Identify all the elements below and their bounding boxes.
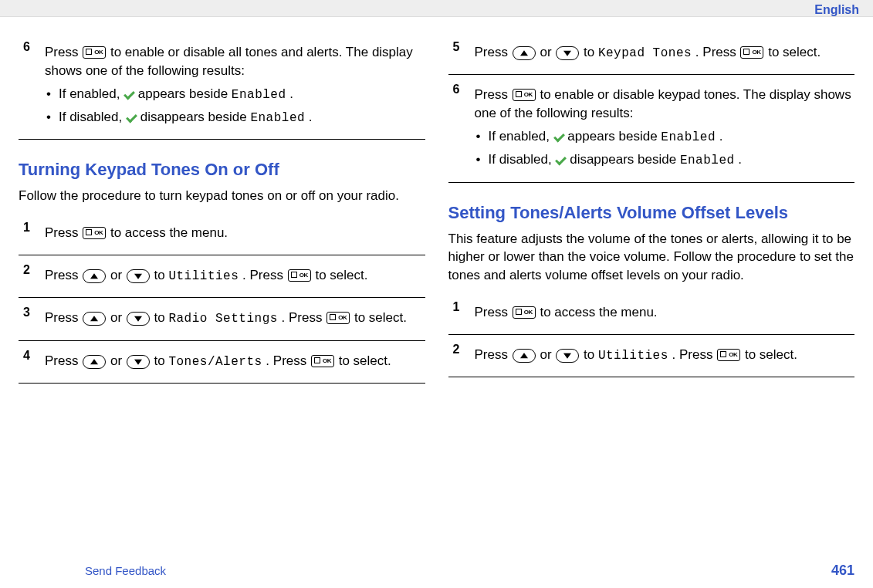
step-5: 5 Press or to Keypad Tones . Press to se… xyxy=(448,35,855,75)
ok-button-icon xyxy=(717,349,740,361)
text-frag: . Press xyxy=(266,353,310,368)
page-number: 461 xyxy=(831,561,854,580)
text-frag: Press xyxy=(45,45,82,59)
text-frag: to access the menu. xyxy=(110,225,228,240)
step-number: 4 xyxy=(23,347,30,364)
step-number: 6 xyxy=(453,81,460,98)
text-frag: appears beside xyxy=(567,129,661,144)
ok-button-icon xyxy=(327,312,350,324)
text-frag: . Press xyxy=(242,268,287,282)
section-heading-keypad-tones: Turning Keypad Tones On or Off xyxy=(19,158,425,182)
text-frag: Press xyxy=(475,45,512,59)
bullet-enabled: If enabled, appears beside Enabled . xyxy=(45,85,425,103)
step-text: Press or to Utilities . Press to select. xyxy=(45,266,425,285)
section-heading-volume-offset: Setting Tones/Alerts Volume Offset Level… xyxy=(448,201,855,225)
text-frag: to xyxy=(154,353,169,368)
text-frag: or xyxy=(110,268,126,282)
down-arrow-icon xyxy=(127,312,150,326)
section-intro: This feature adjusts the volume of the t… xyxy=(448,230,855,285)
send-feedback-link[interactable]: Send Feedback xyxy=(85,563,166,579)
text-frag: . Press xyxy=(672,347,717,362)
step-6-right: 6 Press to enable or disable keypad tone… xyxy=(448,78,855,182)
text-frag: Press xyxy=(45,310,82,325)
text-frag: to xyxy=(154,310,169,325)
check-icon xyxy=(553,132,564,141)
text-frag: to select. xyxy=(745,347,797,362)
text-frag: If enabled, xyxy=(59,86,124,101)
step-number: 6 xyxy=(23,39,30,56)
mono-text: Utilities xyxy=(168,269,239,283)
text-frag: . Press xyxy=(695,45,740,59)
step-2: 2 Press or to Utilities . Press to selec… xyxy=(19,259,425,298)
check-icon xyxy=(124,90,134,99)
step-text: Press or to Utilities . Press to select. xyxy=(475,346,855,364)
up-arrow-icon xyxy=(83,269,106,283)
section-intro: Follow the procedure to turn keypad tone… xyxy=(19,187,425,205)
left-column: 6 Press to enable or disable all tones a… xyxy=(19,35,425,387)
page: English 6 Press to enable or disable all… xyxy=(0,0,873,588)
step-text: Press or to Radio Settings . Press to se… xyxy=(45,309,425,327)
step-4: 4 Press or to Tones/Alerts . Press to se… xyxy=(19,344,425,384)
text-frag: disappears beside xyxy=(140,110,251,124)
bullet-enabled: If enabled, appears beside Enabled . xyxy=(475,127,855,146)
topbar: English xyxy=(0,0,873,17)
step-number: 1 xyxy=(453,299,460,316)
ok-button-icon xyxy=(513,306,536,319)
ok-button-icon xyxy=(513,89,536,101)
text-frag: If enabled, xyxy=(489,129,553,144)
text-frag: to select. xyxy=(315,268,367,282)
step-number: 2 xyxy=(23,262,30,279)
step-text: Press or to Tones/Alerts . Press to sele… xyxy=(45,352,425,370)
step-number: 2 xyxy=(453,341,460,358)
step-text: Press or to Keypad Tones . Press to sele… xyxy=(475,43,855,62)
step-text: Press to enable or disable keypad tones.… xyxy=(475,86,855,123)
text-frag: to select. xyxy=(768,45,821,59)
ok-button-icon xyxy=(740,46,763,59)
text-frag: . Press xyxy=(282,310,327,325)
ok-button-icon xyxy=(83,227,106,239)
text-frag: Press xyxy=(45,353,82,368)
up-arrow-icon xyxy=(513,349,536,363)
text-frag: appears beside xyxy=(138,86,232,101)
text-frag: to xyxy=(584,347,598,362)
ok-button-icon xyxy=(83,46,106,59)
step-number: 1 xyxy=(23,219,30,236)
text-frag: to xyxy=(154,268,169,282)
mono-text: Utilities xyxy=(598,349,668,363)
down-arrow-icon xyxy=(556,46,579,60)
text-frag: . xyxy=(719,129,723,144)
check-icon xyxy=(555,155,566,164)
ok-button-icon xyxy=(311,355,334,367)
step-3: 3 Press or to Radio Settings . Press to … xyxy=(19,301,425,340)
step-number: 3 xyxy=(23,304,30,321)
mono-text: Radio Settings xyxy=(168,312,277,326)
mono-text: Enabled xyxy=(661,130,716,144)
step-1: 1 Press to access the menu. xyxy=(19,216,425,255)
mono-text: Keypad Tones xyxy=(598,46,692,60)
text-frag: Press xyxy=(475,305,512,319)
down-arrow-icon xyxy=(556,349,579,363)
mono-text: Tones/Alerts xyxy=(168,355,262,369)
text-frag: Press xyxy=(45,268,82,282)
step-2-right: 2 Press or to Utilities . Press to selec… xyxy=(448,338,855,377)
step-text: Press to enable or disable all tones and… xyxy=(45,43,425,80)
text-frag: If disabled, xyxy=(489,152,556,167)
text-frag: to select. xyxy=(339,353,391,368)
text-frag: Press xyxy=(475,347,512,362)
text-frag: . xyxy=(309,110,313,124)
text-frag: to select. xyxy=(354,310,407,325)
mono-text: Enabled xyxy=(250,111,305,125)
step-1-right: 1 Press to access the menu. xyxy=(448,296,855,335)
text-frag: or xyxy=(540,347,555,362)
step-text: Press to access the menu. xyxy=(45,224,425,242)
text-frag: . xyxy=(289,86,293,101)
down-arrow-icon xyxy=(127,355,150,369)
mono-text: Enabled xyxy=(232,88,286,102)
text-frag: Press xyxy=(45,225,82,240)
up-arrow-icon xyxy=(83,355,106,369)
text-frag: Press xyxy=(475,87,512,102)
check-icon xyxy=(126,113,137,122)
text-frag: disappears beside xyxy=(570,152,680,167)
up-arrow-icon xyxy=(83,312,106,326)
bullet-disabled: If disabled, disappears beside Enabled . xyxy=(475,150,855,169)
